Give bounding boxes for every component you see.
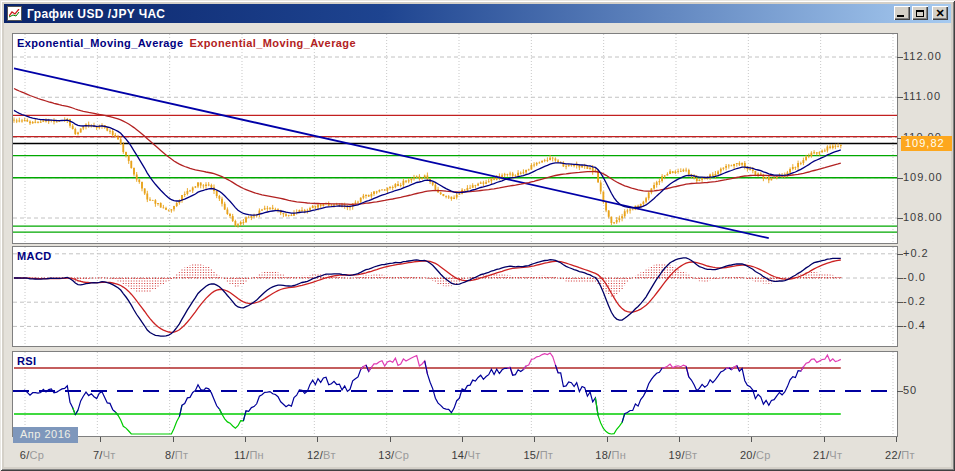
rsi-panel[interactable]	[12, 351, 898, 437]
rsi-indicator-label: RSI	[17, 355, 37, 367]
time-axis-tick	[534, 437, 535, 442]
macd-axis-label: +0.2	[903, 247, 929, 259]
macd-axis-label: -0.4	[903, 319, 926, 331]
time-axis-tick	[173, 437, 174, 442]
date-label: 13/Ср	[378, 449, 409, 461]
time-axis-tick	[100, 437, 101, 442]
maximize-icon	[916, 10, 924, 17]
price-axis-label: 112.00	[903, 50, 942, 62]
time-axis-tick	[751, 437, 752, 442]
date-label: 12/Вт	[307, 449, 336, 461]
current-price-flag: 109,82	[901, 136, 952, 151]
date-label: 8/Пт	[165, 449, 188, 461]
date-label: 18/Пн	[595, 449, 626, 461]
ema-indicator-labels: Exponential_Moving_AverageExponential_Mo…	[17, 37, 356, 49]
price-chart-panel[interactable]	[12, 33, 898, 244]
date-label: 11/Пн	[234, 449, 264, 461]
date-label: 20/Ср	[740, 449, 771, 461]
macd-axis-label: -0.0	[903, 271, 926, 283]
time-axis-tick	[462, 437, 463, 442]
chart-window: График USD /JPY ЧАС ✕ Exponential_Moving…	[0, 0, 955, 471]
ema-slow-label: Exponential_Moving_Average	[189, 37, 355, 49]
macd-panel[interactable]	[12, 246, 898, 347]
time-axis-tick	[824, 437, 825, 442]
price-axis-label: 109.00	[903, 171, 943, 183]
rsi-axis-label: 50	[903, 384, 917, 396]
month-year-badge: Апр 2016	[13, 427, 78, 443]
rsi-canvas[interactable]	[13, 352, 897, 436]
date-label: 19/Вт	[669, 449, 698, 461]
date-label: 6/Ср	[20, 449, 44, 461]
time-axis-tick	[317, 437, 318, 442]
chart-app-icon	[7, 6, 22, 21]
minimize-button[interactable]	[894, 6, 910, 20]
window-controls: ✕	[894, 6, 948, 20]
time-axis-tick	[896, 437, 897, 442]
maximize-button[interactable]	[912, 6, 928, 20]
ema-fast-label: Exponential_Moving_Average	[17, 37, 183, 49]
date-label: 22/Пт	[885, 449, 915, 461]
screenshot-stage: График USD /JPY ЧАС ✕ Exponential_Moving…	[0, 0, 955, 471]
price-chart-canvas[interactable]	[13, 34, 897, 243]
time-axis-tick	[390, 437, 391, 442]
close-icon: ✕	[935, 8, 944, 18]
window-title: График USD /JPY ЧАС	[27, 7, 165, 21]
date-label: 21/Чт	[813, 449, 842, 461]
price-axis-label: 111.00	[903, 90, 941, 102]
time-axis-tick	[245, 437, 246, 442]
price-axis-label: 108.00	[903, 211, 943, 223]
minimize-icon	[897, 15, 904, 17]
time-axis-tick	[607, 437, 608, 442]
time-axis-tick	[679, 437, 680, 442]
macd-canvas[interactable]	[13, 247, 897, 346]
window-titlebar[interactable]: График USD /JPY ЧАС ✕	[4, 4, 951, 23]
macd-axis-label: -0.2	[903, 295, 926, 307]
close-button[interactable]: ✕	[932, 6, 948, 20]
macd-indicator-label: MACD	[17, 250, 52, 262]
date-label: 15/Пт	[523, 449, 553, 461]
date-label: 14/Чт	[451, 449, 480, 461]
date-label: 7/Чт	[93, 449, 116, 461]
